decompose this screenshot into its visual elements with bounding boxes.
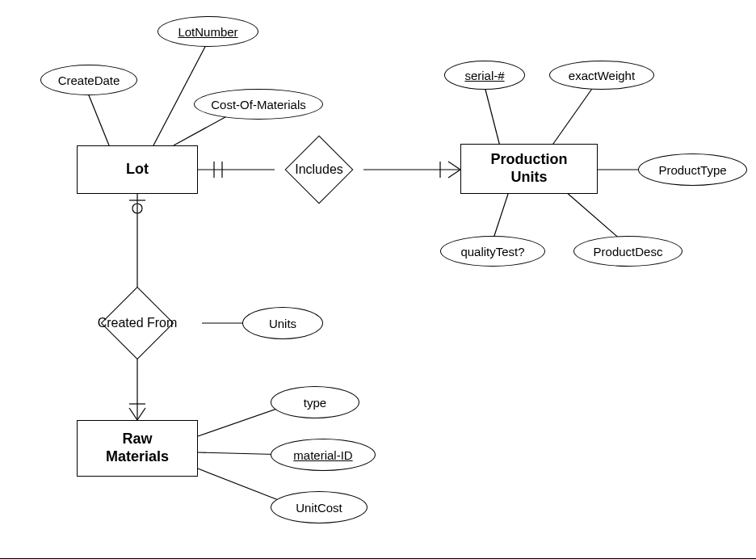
attr-unit-cost-label: UnitCost — [296, 501, 342, 515]
attr-unit-cost: UnitCost — [271, 491, 368, 523]
attr-product-desc-label: ProductDesc — [594, 245, 663, 258]
attr-product-type-label: ProductType — [658, 163, 726, 177]
attr-exact-weight: exactWeight — [549, 61, 654, 90]
attr-product-type: ProductType — [638, 153, 747, 186]
attr-serial-no-label: serial-# — [464, 69, 504, 82]
entity-raw-materials: Raw Materials — [77, 420, 198, 477]
attr-units: Units — [242, 307, 323, 339]
svg-line-12 — [493, 191, 509, 241]
entity-lot-label: Lot — [126, 161, 149, 179]
entity-lot: Lot — [77, 145, 198, 194]
relationship-created-from: Created From — [69, 287, 206, 359]
svg-line-1 — [153, 44, 207, 145]
entity-production-units: Production Units — [460, 144, 598, 194]
attr-material-id: material-ID — [271, 439, 376, 471]
er-diagram-canvas: Lot CreateDate LotNumber Cost-Of-Materia… — [0, 0, 756, 559]
attr-cost-of-materials: Cost-Of-Materials — [194, 89, 323, 120]
relationship-includes: Includes — [275, 136, 363, 204]
attr-serial-no: serial-# — [444, 61, 525, 90]
attr-exact-weight-label: exactWeight — [569, 69, 635, 82]
attr-type-label: type — [304, 396, 326, 410]
attr-units-label: Units — [269, 317, 296, 330]
attr-material-id-label: material-ID — [293, 448, 352, 462]
svg-line-0 — [87, 91, 109, 145]
svg-line-11 — [565, 191, 622, 241]
attr-cost-of-materials-label: Cost-Of-Materials — [211, 98, 306, 111]
attr-create-date-label: CreateDate — [58, 74, 120, 87]
attr-lot-number: LotNumber — [158, 16, 258, 47]
attr-type: type — [271, 386, 359, 418]
svg-line-8 — [485, 86, 501, 149]
svg-line-9 — [549, 86, 594, 149]
attr-lot-number-label: LotNumber — [178, 25, 237, 39]
entity-raw-materials-label: Raw Materials — [106, 431, 169, 465]
attr-quality-test: qualityTest? — [440, 236, 545, 267]
attr-create-date: CreateDate — [40, 65, 137, 95]
attr-quality-test-label: qualityTest? — [460, 245, 524, 258]
svg-point-14 — [132, 204, 142, 213]
entity-production-units-label: Production Units — [491, 151, 568, 186]
attr-product-desc: ProductDesc — [573, 236, 682, 267]
